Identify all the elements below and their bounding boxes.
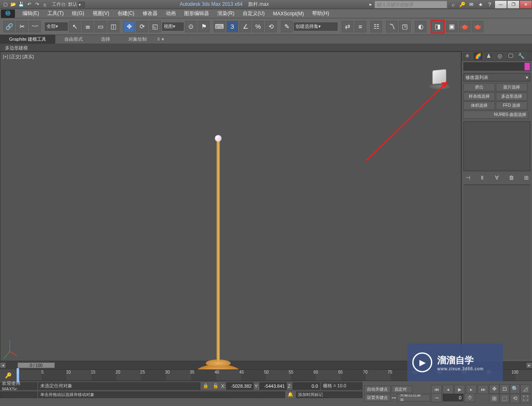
app-logo-icon[interactable]: Ⓜ [1, 10, 15, 18]
menu-group[interactable]: 组(G) [68, 9, 88, 18]
viewcube[interactable] [427, 69, 452, 89]
minimize-button[interactable]: — [495, 0, 507, 9]
pin-stack-icon[interactable]: ⊣ [463, 174, 472, 181]
current-frame-field[interactable]: 0 [443, 394, 463, 401]
render-frame-window-icon[interactable]: ▣ [446, 21, 458, 32]
modifier-list-dropdown[interactable]: 修改器列表▾ [463, 73, 530, 81]
remove-modifier-icon[interactable]: 🗑 [507, 174, 516, 181]
select-window-crossing-icon[interactable]: ◫ [108, 21, 119, 32]
cmd-tab-create-icon[interactable]: ✳ [462, 52, 472, 60]
link-icon[interactable]: 🔗 [3, 21, 15, 32]
spinner-snap-icon[interactable]: ⟲ [265, 21, 277, 32]
color-swatch[interactable] [525, 63, 530, 70]
pan-view-icon[interactable]: ✥ [489, 384, 499, 394]
angle-snap-icon[interactable]: ∠ [239, 21, 251, 32]
render-setup-icon[interactable]: ◨ [431, 20, 445, 34]
lock-icon[interactable]: 🔒 [201, 383, 210, 389]
key-mode-icon[interactable]: ⊶ [392, 395, 396, 401]
mod-polyselect-button[interactable]: 多边形选择 [496, 92, 527, 101]
poly-modeling-label[interactable]: 多边形建模 [0, 44, 532, 52]
show-end-result-icon[interactable]: Ⅱ [478, 174, 486, 181]
menu-help[interactable]: 帮助(H) [308, 9, 333, 18]
goto-start-icon[interactable]: ⏮ [431, 385, 442, 394]
goto-end-icon[interactable]: ⏭ [478, 385, 488, 394]
ribbon-tab-paint[interactable]: 对象绘制 [119, 35, 156, 44]
time-slider[interactable]: 0 / 100 [17, 362, 55, 368]
snaps-toggle-icon[interactable]: 3 [227, 21, 238, 32]
edit-named-sel-icon[interactable]: ✎ [281, 21, 293, 32]
next-frame-icon[interactable]: ▸ [466, 385, 477, 394]
named-selection-dropdown[interactable]: 创建选择集 ▾ [294, 22, 337, 31]
qat-new-icon[interactable]: ▢ [2, 1, 9, 8]
cmd-tab-display-icon[interactable]: 🖵 [505, 52, 515, 60]
ribbon-collapse-icon[interactable]: ⇳ ▾ [156, 37, 165, 42]
coord-x-field[interactable]: -5028.382 [226, 382, 254, 390]
menu-modifiers[interactable]: 修改器 [138, 9, 162, 18]
rotate-icon[interactable]: ⟳ [136, 21, 148, 32]
manipulate-icon[interactable]: ⚑ [198, 21, 209, 32]
render-iterative-icon[interactable]: 🫖 [472, 21, 483, 32]
mod-ffdselect-button[interactable]: FFD 选择 [496, 101, 527, 110]
key-filters-button[interactable]: 关键点过滤器... [397, 394, 430, 401]
scale-icon[interactable]: ◱ [149, 21, 161, 32]
menu-views[interactable]: 视图(V) [89, 9, 113, 18]
maximize-button[interactable]: ❐ [507, 0, 520, 9]
time-tag-field[interactable]: 添加时间标记 [296, 391, 362, 398]
orbit-icon[interactable]: ⟲ [510, 394, 520, 403]
viewport[interactable]: [+] [正交] [真实] [0, 52, 461, 361]
menu-edit[interactable]: 编辑(E) [18, 9, 43, 18]
menu-animation[interactable]: 动画 [162, 9, 180, 18]
move-icon[interactable]: ✥ [123, 21, 135, 32]
ribbon-tab-graphite[interactable]: Graphite 建模工具 [0, 35, 55, 44]
menu-graph[interactable]: 图形编辑器 [180, 9, 213, 18]
menu-render[interactable]: 渲染(R) [213, 9, 239, 18]
selected-dropdown[interactable]: 选定对 [392, 386, 412, 393]
cmd-tab-hierarchy-icon[interactable]: ♟ [484, 52, 494, 60]
lock-selection-icon[interactable]: 🔓 [211, 383, 220, 389]
cmd-tab-utilities-icon[interactable]: 🔧 [516, 52, 526, 60]
track-bar-key-icon[interactable]: 🔑 [0, 369, 17, 381]
play-icon[interactable]: ▶ [454, 385, 465, 394]
comm-center-icon2[interactable]: 🔔 [286, 392, 295, 397]
search-input[interactable] [374, 1, 447, 8]
viewport-label[interactable]: [+] [正交] [真实] [3, 54, 34, 60]
mod-volselect-button[interactable]: 体积选择 [463, 101, 495, 110]
menu-customize[interactable]: 自定义(U) [239, 9, 269, 18]
select-object-icon[interactable]: ↖ [69, 21, 81, 32]
zoom-icon[interactable]: 🔍 [510, 384, 520, 394]
key-mode-toggle-icon[interactable]: ⊸ [431, 393, 442, 402]
curve-editor-icon[interactable]: 〽 [386, 21, 398, 32]
close-button[interactable]: ✕ [520, 0, 532, 9]
time-config-icon[interactable]: ⏱ [464, 393, 475, 402]
qat-redo-icon[interactable]: ↷ [33, 1, 41, 8]
ribbon-tab-freeform[interactable]: 自由形式 [55, 35, 92, 44]
mod-splineselect-button[interactable]: 样条线选择 [463, 92, 495, 101]
menu-maxscript[interactable]: MAXScript(M) [269, 10, 308, 17]
qat-link-icon[interactable]: ⎌ [41, 1, 49, 8]
mod-nurbs-button[interactable]: NURBS 曲面选择 [463, 111, 528, 119]
layer-manager-icon[interactable]: ☷ [370, 21, 382, 32]
schematic-view-icon[interactable]: ◳ [399, 21, 411, 32]
maximize-viewport-icon[interactable]: ⛶ [520, 394, 530, 403]
prev-frame-icon[interactable]: ◂ [443, 385, 453, 394]
bind-space-icon[interactable]: 〰 [29, 21, 41, 32]
key-icon[interactable]: 🔑 [458, 1, 466, 8]
render-production-icon[interactable]: 🫖 [459, 21, 470, 32]
select-region-rect-icon[interactable]: ▭ [95, 21, 106, 32]
align-icon[interactable]: ≡ [355, 21, 366, 32]
cmd-tab-motion-icon[interactable]: ◎ [495, 52, 505, 60]
zoom-all-icon[interactable]: ⊞ [489, 394, 499, 403]
ref-coord-dropdown[interactable]: 视图 ▾ [162, 22, 184, 31]
mirror-icon[interactable]: ⇄ [342, 21, 353, 32]
object-name-field[interactable] [463, 62, 530, 71]
favorites-icon[interactable]: ★ [476, 1, 485, 8]
unlink-icon[interactable]: ✂ [16, 21, 28, 32]
workspace-dropdown[interactable]: ▾ [78, 2, 85, 7]
menu-tools[interactable]: 工具(T) [43, 9, 68, 18]
cmd-tab-modify-icon[interactable]: 🌈 [473, 52, 483, 60]
set-key-button[interactable]: 设置关键点 [364, 394, 391, 401]
mod-meshselect-button[interactable]: 面片选择 [496, 83, 527, 91]
configure-sets-icon[interactable]: ⊞ [522, 174, 530, 181]
comm-center-icon[interactable]: ✉ [467, 1, 475, 8]
select-name-icon[interactable]: ≣ [82, 21, 94, 32]
